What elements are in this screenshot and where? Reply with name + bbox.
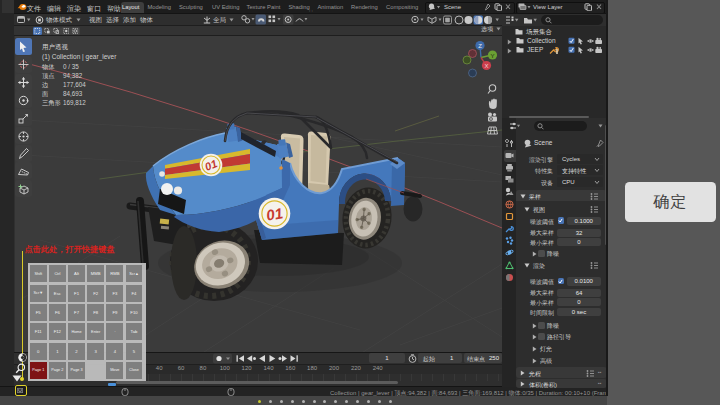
svg-text:01: 01 <box>265 204 284 224</box>
svg-text:Y: Y <box>490 53 494 59</box>
svg-text:Z: Z <box>478 43 482 49</box>
svg-text:X: X <box>484 63 488 69</box>
